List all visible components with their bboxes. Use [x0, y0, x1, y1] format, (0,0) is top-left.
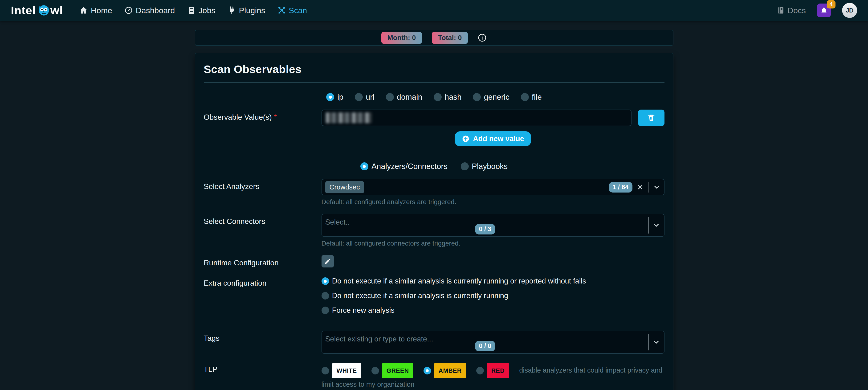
chevron-down-icon[interactable] [652, 221, 660, 229]
main-nav: Home Dashboard Jobs Plugins Scan [80, 6, 307, 15]
docs-book-icon [777, 6, 785, 14]
runtime-configuration-label: Runtime Configuration [204, 255, 321, 267]
select-analyzers-label: Select Analyzers [204, 179, 321, 206]
plus-circle-icon [462, 135, 470, 143]
nav-item-home[interactable]: Home [80, 6, 112, 15]
bell-icon [820, 7, 828, 14]
tlp-row: TLP WHITE GREEN AMBER [204, 362, 664, 390]
mode-option-analyzers-connectors[interactable]: Analyzers/Connectors [361, 162, 447, 171]
nav-item-scan[interactable]: Scan [277, 6, 307, 15]
nav-item-dashboard[interactable]: Dashboard [124, 6, 175, 15]
tags-row: Tags Select existing or type to create..… [204, 331, 664, 354]
nav-item-label: Plugins [239, 6, 265, 15]
radio-file[interactable] [521, 93, 529, 101]
required-asterisk: * [274, 113, 277, 121]
nav-item-plugins[interactable]: Plugins [227, 6, 265, 15]
chevron-down-icon[interactable] [652, 338, 660, 346]
radio-analyzers-connectors[interactable] [361, 162, 368, 170]
owl-icon [38, 4, 50, 17]
type-option-url[interactable]: url [355, 93, 374, 101]
notifications-count-badge: 4 [827, 0, 836, 8]
scan-observables-card: Scan Observables ip url domain [195, 53, 674, 390]
type-option-hash[interactable]: hash [434, 93, 462, 101]
type-option-file[interactable]: file [521, 93, 542, 101]
month-count-badge: Month: 0 [381, 32, 422, 44]
mode-option-playbooks[interactable]: Playbooks [461, 162, 507, 171]
edit-runtime-config-button[interactable] [321, 255, 334, 267]
radio-generic[interactable] [473, 93, 481, 101]
tags-count-badge: 0 / 0 [475, 341, 495, 351]
tlp-option-red[interactable]: RED [476, 363, 509, 378]
tlp-option-amber[interactable]: AMBER [424, 363, 466, 378]
pencil-icon [324, 258, 331, 265]
radio-tlp-green[interactable] [371, 367, 379, 374]
home-icon [80, 6, 88, 14]
delete-value-button[interactable] [638, 110, 664, 126]
extra-configuration-row: Extra configuration Do not execute if a … [204, 275, 664, 314]
select-divider [648, 334, 649, 351]
analysis-mode-radios: Analyzers/Connectors Playbooks [204, 162, 664, 171]
radio-url[interactable] [355, 93, 363, 101]
select-divider [648, 182, 648, 192]
tlp-options: WHITE GREEN AMBER RED disable analyzer [321, 362, 664, 390]
tags-multiselect[interactable]: Select existing or type to create... 0 /… [321, 331, 664, 354]
radio-no-exec-running[interactable] [321, 292, 329, 300]
radio-domain[interactable] [386, 93, 394, 101]
brand-text-left: Intel [11, 4, 36, 17]
observable-value-row: Observable Value(s) * [204, 110, 664, 146]
type-option-generic[interactable]: generic [473, 93, 509, 101]
radio-tlp-white[interactable] [321, 367, 329, 374]
radio-hash[interactable] [434, 93, 442, 101]
radio-tlp-red[interactable] [476, 367, 484, 374]
user-avatar[interactable]: JD [842, 3, 857, 18]
analyzers-multiselect[interactable]: Crowdsec 1 / 64 [321, 179, 664, 196]
radio-playbooks[interactable] [461, 162, 469, 170]
navbar: Intel wl Home Dashboard Jobs Plugins [0, 0, 868, 21]
nav-item-jobs[interactable]: Jobs [187, 6, 216, 15]
info-icon[interactable] [478, 33, 487, 42]
plugins-icon [227, 6, 236, 14]
notifications-button[interactable]: 4 [817, 3, 831, 17]
page: Intel wl Home Dashboard Jobs Plugins [0, 0, 868, 390]
docs-link[interactable]: Docs [777, 6, 806, 15]
connectors-count-badge: 0 / 3 [475, 224, 495, 235]
job-stats-bar: Month: 0 Total: 0 [195, 30, 674, 46]
radio-tlp-amber[interactable] [424, 367, 431, 374]
tlp-option-green[interactable]: GREEN [371, 363, 413, 378]
jobs-icon [187, 6, 196, 14]
observable-value-input[interactable] [321, 110, 631, 126]
type-option-ip[interactable]: ip [326, 93, 343, 101]
runtime-configuration-row: Runtime Configuration [204, 255, 664, 267]
extra-option-force-new[interactable]: Force new analysis [321, 306, 664, 314]
brand-logo[interactable]: Intel wl [11, 4, 63, 17]
extra-option-no-exec-reported[interactable]: Do not execute if a similar analysis is … [321, 277, 664, 286]
nav-item-label: Scan [289, 6, 307, 15]
analyzer-chip[interactable]: Crowdsec [325, 181, 364, 193]
page-title: Scan Observables [204, 63, 664, 76]
add-new-value-button[interactable]: Add new value [455, 131, 531, 146]
navbar-right: Docs 4 JD [777, 3, 857, 18]
observable-value-label: Observable Value(s) * [204, 110, 321, 146]
extra-option-no-exec-running[interactable]: Do not execute if a similar analysis is … [321, 292, 664, 300]
type-option-domain[interactable]: domain [386, 93, 422, 101]
tlp-green-badge: GREEN [382, 363, 413, 378]
docs-label: Docs [788, 6, 806, 15]
connectors-multiselect[interactable]: Select.. 0 / 3 [321, 214, 664, 237]
analyzers-count-badge: 1 / 64 [609, 182, 632, 192]
radio-ip[interactable] [326, 93, 334, 101]
clear-selection-icon[interactable] [637, 184, 644, 191]
select-connectors-row: Select Connectors Select.. 0 / 3 [204, 214, 664, 247]
radio-no-exec-reported[interactable] [321, 277, 329, 285]
observable-type-radios: ip url domain hash generic [204, 93, 664, 101]
extra-configuration-label: Extra configuration [204, 275, 321, 314]
radio-force-new[interactable] [321, 307, 329, 314]
nav-item-label: Home [91, 6, 112, 15]
card-header: Scan Observables [204, 53, 664, 83]
chevron-down-icon[interactable] [653, 183, 661, 191]
form-divider [204, 326, 664, 326]
drone-scan-icon [277, 6, 286, 14]
dashboard-icon [124, 6, 133, 14]
tlp-option-white[interactable]: WHITE [321, 363, 361, 378]
tlp-label: TLP [204, 362, 321, 390]
trash-icon [647, 114, 655, 122]
